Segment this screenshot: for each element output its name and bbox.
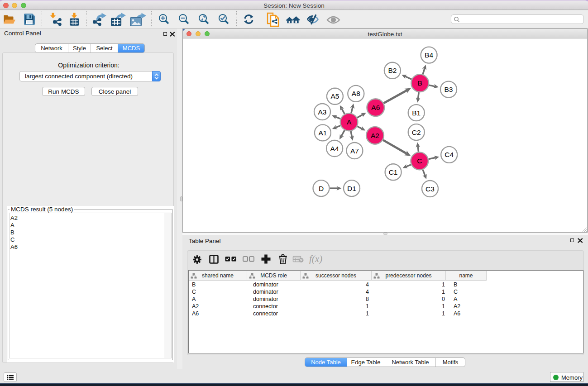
svg-text:D1: D1: [347, 185, 356, 192]
svg-text:A: A: [347, 118, 352, 126]
svg-text:B4: B4: [425, 51, 433, 59]
svg-text:C: C: [417, 157, 422, 165]
svg-text:A7: A7: [350, 147, 359, 155]
svg-text:C3: C3: [425, 185, 435, 193]
svg-text:B1: B1: [412, 109, 421, 117]
svg-text:B: B: [418, 79, 422, 87]
svg-text:A5: A5: [330, 92, 339, 100]
svg-text:B2: B2: [388, 67, 397, 74]
svg-text:C2: C2: [412, 129, 421, 136]
svg-text:C1: C1: [389, 168, 398, 176]
svg-text:D: D: [319, 185, 324, 192]
svg-text:A1: A1: [318, 129, 327, 137]
svg-text:B3: B3: [445, 86, 453, 93]
svg-text:A3: A3: [318, 108, 327, 116]
svg-text:A2: A2: [371, 132, 379, 139]
svg-text:A4: A4: [330, 145, 339, 152]
svg-text:C4: C4: [445, 151, 454, 158]
svg-text:A6: A6: [371, 104, 380, 111]
svg-text:A8: A8: [352, 90, 360, 97]
